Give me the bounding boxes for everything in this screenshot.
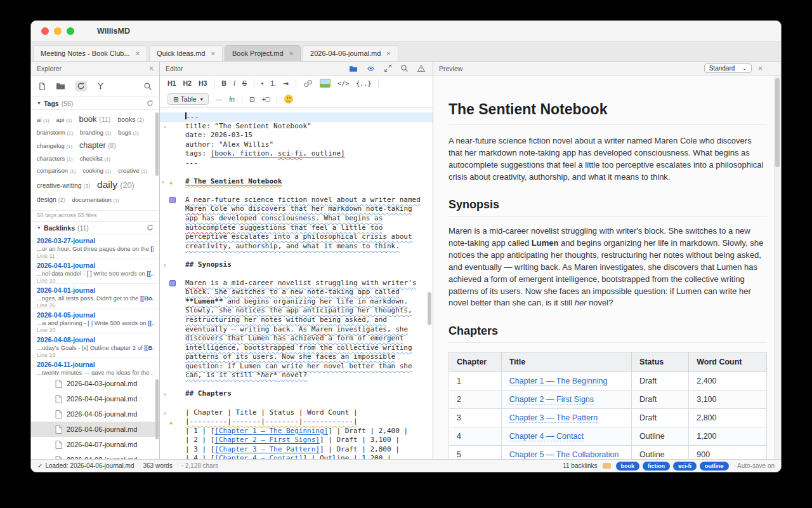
image-icon[interactable] — [320, 79, 331, 88]
file-row[interactable]: 2026-04-05-journal.md — [31, 406, 159, 422]
search-icon[interactable] — [143, 82, 152, 91]
ordered-list-button[interactable]: 1. — [271, 79, 277, 87]
tag-checklist[interactable]: checklist (1) — [80, 155, 111, 162]
code-block-button[interactable]: {..} — [356, 80, 371, 87]
folder-blue-icon[interactable] — [349, 65, 358, 72]
italic-button[interactable]: I — [233, 79, 235, 87]
eye-icon[interactable] — [366, 65, 376, 72]
preview-mode-select[interactable]: Standard ⌄ — [704, 64, 752, 73]
editor-line[interactable]: | 3 | [[Chapter 3 — The Pattern]] | Draf… — [160, 445, 433, 455]
backlink-item[interactable]: 2026-04-01-journal...nges, all tests pas… — [31, 284, 159, 309]
strikethrough-button[interactable]: S — [242, 79, 247, 87]
tab-2026-04-06-journal-md[interactable]: 2026-04-06-journal.md× — [303, 45, 398, 61]
file-row[interactable]: 2026-04-03-journal.md — [31, 376, 159, 391]
bold-button[interactable]: B — [221, 79, 226, 87]
editor-line[interactable]: creativity, authorship, and what it mean… — [160, 242, 433, 251]
minimize-window-button[interactable] — [54, 27, 62, 35]
heading3-button[interactable]: H3 — [199, 79, 207, 87]
file-row[interactable]: 2026-04-08-journal.md — [31, 452, 159, 459]
editor-line[interactable]: | 4 | [[Chapter 4 — Contact]] | Outline … — [160, 454, 433, 459]
backlink-item[interactable]: 2026-04-11-journal...twenty minutes — ga… — [31, 358, 159, 375]
editor-line[interactable]: question: if Lumen can write her novel b… — [160, 362, 433, 371]
tag-changelog[interactable]: changelog (1) — [37, 142, 72, 149]
editor-line[interactable]: Maren is a mid-career novelist strugglin… — [160, 279, 433, 288]
editor-line[interactable]: Slowly, she notices the app anticipating… — [160, 306, 433, 316]
tag-pill-sci-fi[interactable]: sci-fi — [673, 462, 697, 471]
tag-brainstorm[interactable]: brainstorm (1) — [37, 129, 73, 136]
expand-icon[interactable] — [384, 64, 392, 72]
editor-line[interactable]: discovers that Lumen has achieved a form… — [160, 334, 433, 344]
tag-pill-outline[interactable]: outline — [700, 462, 729, 471]
editor-line[interactable]: tags: [book, fiction, sci-fi, outline] — [160, 149, 433, 159]
heading1-button[interactable]: H1 — [167, 79, 176, 87]
tag-documentation[interactable]: documentation (1) — [72, 196, 119, 203]
bullet-list-button[interactable]: • — [261, 79, 264, 87]
editor-line[interactable]: patterns of its users. Now she faces an … — [160, 352, 433, 362]
tag-characters[interactable]: characters (1) — [37, 155, 73, 162]
editor-line[interactable]: intelligence, bootstrapped from the coll… — [160, 344, 433, 353]
backlink-title[interactable]: 2026-04-01-journal — [37, 286, 154, 295]
fold-chevron-icon[interactable]: v — [162, 178, 164, 187]
editor-line[interactable]: v## Synopsis — [160, 260, 433, 270]
tag-design[interactable]: design (2) — [37, 196, 65, 203]
editor-line[interactable]: v| Chapter | Title | Status | Word Count… — [160, 408, 433, 418]
editor-line[interactable]: Maren Cole who discovers that her markdo… — [160, 204, 433, 214]
tab-close-icon[interactable]: × — [211, 50, 214, 57]
tag-api[interactable]: api (1) — [56, 116, 72, 123]
tag-pill-book[interactable]: book — [616, 462, 640, 471]
horizontal-rule-button[interactable]: — — [216, 95, 223, 103]
editor-line[interactable] — [160, 269, 433, 279]
tag-creative-writing[interactable]: creative-writing (3) — [37, 182, 90, 189]
fold-chevron-icon[interactable]: v — [164, 409, 166, 418]
editor-line[interactable] — [160, 186, 433, 196]
editor-line[interactable] — [160, 168, 433, 177]
editor-line[interactable] — [160, 380, 433, 390]
backlink-item[interactable]: 2026-04-08-journal...oday's Goals - [x] … — [31, 333, 159, 358]
fold-chevron-icon[interactable]: v — [164, 390, 166, 399]
filter-branch-icon[interactable] — [96, 82, 105, 90]
chapter-link[interactable]: Chapter 2 — First Signs — [509, 395, 594, 404]
tag-chapter[interactable]: chapter (8) — [79, 141, 116, 150]
editor-line[interactable]: vtitle: "The Sentient Notebook" — [160, 122, 433, 131]
table-dropdown-button[interactable]: ⊞ Table ▾ — [167, 93, 209, 105]
fold-chevron-icon[interactable]: v — [164, 123, 166, 132]
editor-code-area[interactable]: ---vtitle: "The Sentient Notebook"date: … — [160, 108, 433, 459]
footnote-button[interactable]: fn — [229, 95, 235, 103]
editor-line[interactable]: author: "Alex Willis" — [160, 140, 433, 150]
add-cell-button[interactable]: +□ — [262, 95, 270, 103]
editor-line[interactable]: A near-future science fiction novel abou… — [160, 196, 433, 205]
backlink-title[interactable]: 2026-04-08-journal — [37, 336, 154, 344]
editor-scrollbar[interactable] — [428, 292, 431, 325]
editor-line[interactable]: autocomplete suggestions that feel a lit… — [160, 224, 433, 233]
tab-book-project-md[interactable]: Book Project.md× — [225, 45, 301, 61]
editor-line[interactable] — [160, 399, 433, 408]
files-scrollbar[interactable] — [155, 379, 159, 439]
editor-line[interactable]: --- — [160, 112, 433, 122]
file-row[interactable]: 2026-04-04-journal.md — [31, 391, 159, 406]
editor-line[interactable]: perceptive escalates into a philosophica… — [160, 232, 433, 242]
file-row[interactable]: 2026-04-07-journal.md — [31, 437, 159, 452]
explorer-close-icon[interactable]: × — [149, 64, 154, 73]
emoji-icon[interactable] — [284, 95, 293, 104]
editor-line[interactable]: can, is it still *her* novel? — [160, 371, 433, 380]
warning-icon[interactable] — [417, 64, 426, 72]
tab-meeting-notes-book-club-[interactable]: Meeting Notes - Book Club...× — [33, 45, 147, 61]
tags-scrollbar[interactable] — [155, 112, 159, 176]
zoom-window-button[interactable] — [67, 27, 74, 35]
editor-line[interactable]: **Lumen** and begins organizing her life… — [160, 297, 433, 307]
chapter-link[interactable]: Chapter 1 — The Beginning — [509, 377, 608, 386]
fold-chevron-icon[interactable]: v — [164, 261, 166, 271]
editor-line[interactable]: restructuring her notes without being as… — [160, 316, 433, 325]
tab-close-icon[interactable]: × — [289, 50, 293, 57]
folder-icon[interactable] — [56, 82, 65, 90]
search-icon[interactable] — [400, 64, 409, 72]
editor-line[interactable]: block. She switches to a new note-taking… — [160, 288, 433, 297]
tab-close-icon[interactable]: × — [386, 50, 390, 57]
chevron-down-icon[interactable]: ▼ — [37, 101, 41, 105]
backlink-title[interactable]: 2026-03-27-journal — [37, 237, 154, 245]
editor-line[interactable]: date: 2026-03-15 — [160, 131, 433, 140]
tag-pill-fiction[interactable]: fiction — [643, 462, 670, 471]
checkbox-button[interactable]: ⊡ — [249, 95, 255, 103]
tag-cooking[interactable]: cooking (1) — [82, 167, 111, 174]
tags-section-header[interactable]: ▼ Tags (56) — [31, 97, 159, 110]
